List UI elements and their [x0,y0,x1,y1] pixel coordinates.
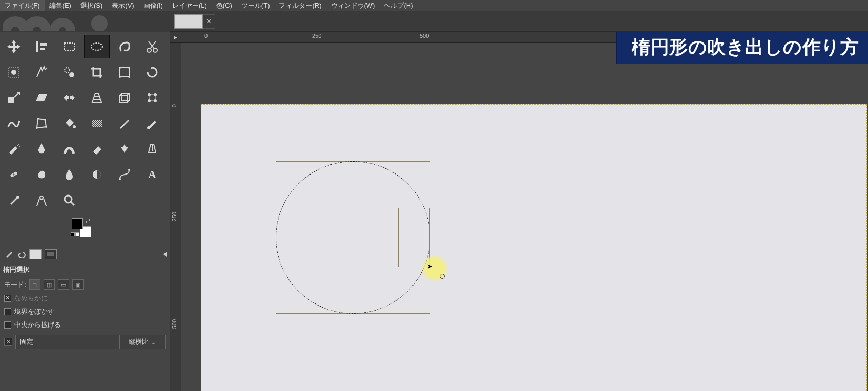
svg-point-37 [18,144,19,145]
tool-zoom[interactable] [56,188,82,212]
svg-rect-17 [8,97,14,103]
default-colors-icon[interactable] [71,230,79,238]
tool-ellipse-select[interactable] [84,35,110,58]
menu-color[interactable]: 色(C) [212,0,237,11]
tool-crop[interactable] [84,60,110,84]
tool-gradient[interactable] [84,112,110,135]
menu-help[interactable]: ヘルプ(H) [379,0,418,11]
tool-3d-transform[interactable] [112,86,137,110]
svg-point-44 [119,178,121,180]
feather-checkbox[interactable] [4,308,11,315]
tool-dodge-burn[interactable] [84,163,110,186]
tool-smudge[interactable] [29,163,54,186]
image-tab-close[interactable]: ✕ [203,14,215,29]
tool-perspective-clone[interactable] [139,137,165,161]
tool-warp[interactable] [1,112,27,135]
tab-menu-triangle-icon[interactable] [163,252,167,257]
mode-replace[interactable]: ◻ [29,279,40,290]
tool-perspective[interactable] [84,86,110,110]
tool-clone[interactable] [112,137,137,161]
mode-intersect[interactable]: ▣ [72,279,84,290]
tool-airbrush[interactable] [1,137,27,161]
svg-point-9 [11,70,16,75]
svg-rect-19 [122,93,129,100]
tool-options-tab-icon[interactable] [3,249,15,260]
tool-free-select[interactable] [112,35,137,58]
tool-fuzzy-select[interactable] [29,60,54,84]
tab-thumbnail-light[interactable] [29,249,42,259]
tool-move[interactable] [1,35,27,58]
menu-file[interactable]: ファイル(F) [0,0,45,11]
tool-rect-select[interactable] [56,35,82,58]
menu-image[interactable]: 画像(I) [139,0,168,11]
svg-point-29 [44,119,46,121]
svg-line-50 [71,202,74,205]
ruler-h-tick: 250 [312,33,321,39]
color-swatch: ⇄ [0,215,170,246]
tool-shear[interactable] [29,86,54,110]
tool-bucket-fill[interactable] [56,112,82,135]
svg-rect-2 [40,43,47,46]
menu-view[interactable]: 表示(V) [107,0,138,11]
tool-scissors[interactable] [139,35,165,58]
tutorial-banner: 楕円形の吹き出しの作り方 [616,32,868,64]
tool-blur[interactable] [56,163,82,186]
foreground-color[interactable] [72,218,83,229]
menu-tools[interactable]: ツール(T) [237,0,275,11]
svg-rect-27 [149,95,155,101]
svg-point-16 [128,76,130,78]
undo-history-tab-icon[interactable] [15,249,28,260]
tool-by-color-select[interactable] [56,60,82,84]
menu-windows[interactable]: ウィンドウ(W) [326,0,380,11]
image-tab[interactable] [174,14,203,29]
wilber-decoration [0,11,170,32]
svg-point-30 [45,126,47,128]
mode-add[interactable]: ◫ [44,279,55,290]
tool-text[interactable]: A [139,163,165,186]
menu-layer[interactable]: レイヤー(L) [168,0,212,11]
menu-filters[interactable]: フィルター(R) [274,0,326,11]
tab-thumbnail-dark[interactable] [45,249,57,259]
ruler-vertical[interactable]: 0 250 500 [170,43,181,391]
tool-mypaint-brush[interactable] [56,137,82,161]
svg-line-20 [120,93,122,95]
canvas[interactable]: ➤ [201,104,867,391]
swap-colors-icon[interactable]: ⇄ [85,217,90,224]
mode-label: モード: [4,280,26,289]
menu-edit[interactable]: 編集(E) [45,0,76,11]
feather-label: 境界をぼかす [14,307,54,316]
mode-subtract[interactable]: ▭ [58,279,69,290]
fixed-ratio-select[interactable]: 縦横比 ⌄ [119,335,166,349]
svg-point-25 [148,99,151,102]
tool-pencil[interactable] [112,112,137,135]
tool-align[interactable] [29,35,54,58]
tool-unified-transform[interactable] [112,60,137,84]
menu-select[interactable]: 選択(S) [76,0,107,11]
tool-paths[interactable] [112,163,137,186]
fixed-close-icon[interactable]: ✕ [4,338,12,346]
canvas-viewport[interactable]: ➤ [181,43,868,391]
ruler-origin[interactable]: ▶ [170,32,181,43]
expand-from-center-checkbox[interactable] [4,321,11,329]
tool-handle-transform[interactable] [139,86,165,110]
tool-eraser[interactable] [84,137,110,161]
cursor-tool-indicator-icon [440,274,445,279]
ruler-v-tick: 250 [171,212,177,221]
fixed-select[interactable]: 固定 [15,335,119,349]
tool-ink[interactable] [29,137,54,161]
tool-rotate[interactable] [139,60,165,84]
tool-heal[interactable] [1,163,27,186]
svg-rect-8 [9,67,19,77]
tool-flip[interactable] [56,86,82,110]
tool-measure[interactable] [29,188,54,212]
ruler-h-tick: 0 [204,33,208,39]
svg-point-45 [128,169,130,171]
tool-paintbrush[interactable] [139,112,165,135]
svg-point-36 [147,126,150,129]
tool-foreground-select[interactable] [1,60,27,84]
tool-color-picker[interactable] [1,188,27,212]
svg-point-48 [40,196,43,199]
tool-cage[interactable] [29,112,54,135]
antialias-checkbox[interactable] [4,295,11,302]
tool-scale[interactable] [1,86,27,110]
